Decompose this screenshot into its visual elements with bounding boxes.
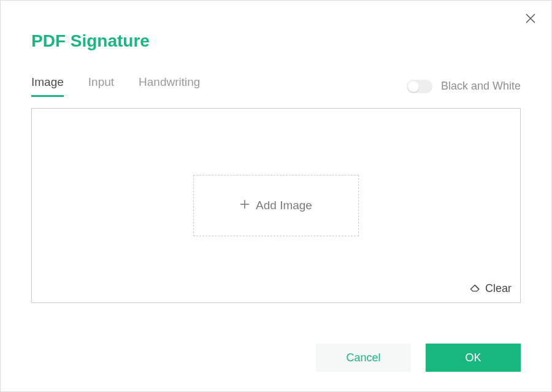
clear-button[interactable]: Clear bbox=[469, 281, 512, 296]
close-button[interactable] bbox=[525, 13, 536, 26]
eraser-icon bbox=[469, 281, 481, 296]
add-image-button[interactable]: Add Image bbox=[193, 175, 359, 236]
tab-image[interactable]: Image bbox=[31, 75, 64, 97]
svg-line-4 bbox=[475, 285, 479, 290]
cancel-label: Cancel bbox=[346, 352, 380, 364]
dialog-footer: Cancel OK bbox=[316, 344, 521, 372]
pdf-signature-dialog: PDF Signature Image Input Handwriting Bl… bbox=[0, 0, 552, 392]
bw-toggle-group: Black and White bbox=[407, 80, 521, 93]
bw-toggle[interactable] bbox=[407, 80, 432, 93]
close-icon bbox=[525, 15, 536, 26]
bw-label: Black and White bbox=[441, 80, 521, 93]
clear-label: Clear bbox=[485, 282, 512, 295]
tab-label: Input bbox=[88, 75, 114, 88]
tab-input[interactable]: Input bbox=[88, 75, 114, 97]
ok-label: OK bbox=[465, 352, 481, 364]
tab-label: Image bbox=[31, 75, 64, 88]
dialog-title: PDF Signature bbox=[1, 1, 551, 51]
tab-row: Image Input Handwriting Black and White bbox=[1, 51, 551, 97]
plus-icon bbox=[240, 199, 250, 212]
tab-label: Handwriting bbox=[139, 75, 200, 88]
tabs: Image Input Handwriting bbox=[31, 75, 200, 97]
cancel-button[interactable]: Cancel bbox=[316, 344, 411, 372]
signature-canvas: Add Image Clear bbox=[31, 108, 521, 303]
tab-handwriting[interactable]: Handwriting bbox=[139, 75, 200, 97]
toggle-knob bbox=[408, 81, 419, 92]
ok-button[interactable]: OK bbox=[426, 344, 521, 372]
add-image-label: Add Image bbox=[256, 199, 312, 212]
